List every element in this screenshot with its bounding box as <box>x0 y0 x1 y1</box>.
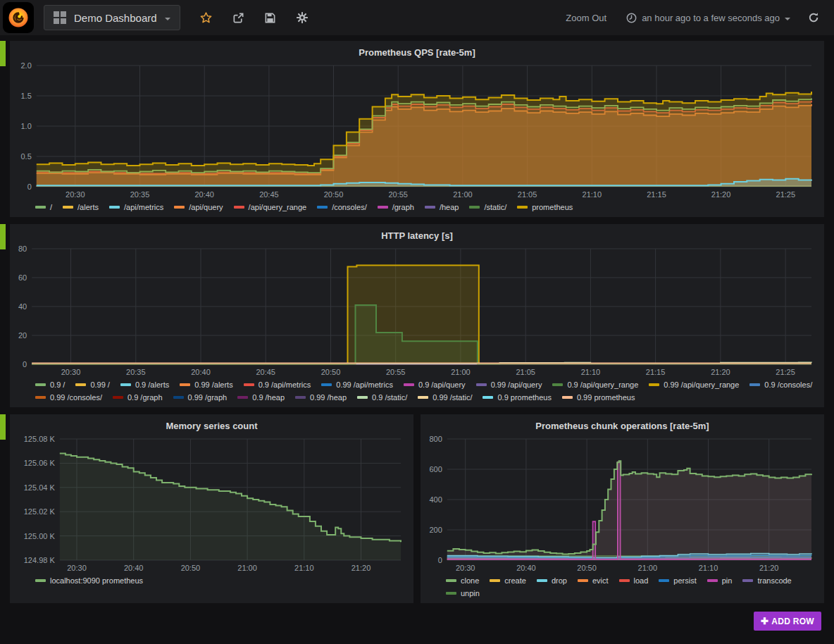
legend-item[interactable]: /graph <box>378 203 414 211</box>
panel-title[interactable]: Prometheus chunk operations [rate-5m] <box>425 418 820 433</box>
legend-label: 0.9 /api/query <box>418 380 466 389</box>
svg-text:21:05: 21:05 <box>516 368 535 376</box>
legend-item[interactable]: drop <box>537 576 567 585</box>
legend-color-chip <box>749 383 760 386</box>
svg-text:80: 80 <box>18 244 27 253</box>
legend-item[interactable]: 0.9 /graph <box>113 393 163 402</box>
legend-label: /graph <box>392 203 414 211</box>
legend-item[interactable]: 0.99 /api/metrics <box>321 380 393 389</box>
share-dashboard-button[interactable] <box>228 8 249 27</box>
dashboard-settings-button[interactable] <box>291 8 313 27</box>
panel-title[interactable]: Memory series count <box>14 418 409 433</box>
legend-item[interactable]: 0.99 /heap <box>295 393 347 402</box>
legend-item[interactable]: 0.9 /static/ <box>357 393 407 402</box>
legend-label: transcode <box>757 576 791 585</box>
legend-color-chip <box>357 396 368 399</box>
legend-item[interactable]: 0.99 /graph <box>173 393 228 402</box>
legend-item[interactable]: 0.9 /api/query <box>404 380 466 389</box>
legend-item[interactable]: load <box>619 576 649 585</box>
legend-color-chip <box>562 396 573 399</box>
legend-item[interactable]: 0.9 /api/query_range <box>552 380 638 389</box>
row-toggle-tab[interactable] <box>0 41 6 66</box>
legend-item[interactable]: 0.9 /alerts <box>120 380 169 389</box>
row-toggle-tab[interactable] <box>0 414 6 440</box>
svg-text:21:00: 21:00 <box>451 368 471 376</box>
legend-item[interactable]: 0.99 /consoles/ <box>35 393 102 402</box>
memory-chart[interactable]: 124.98 K125.00 K125.02 K125.04 K125.06 K… <box>14 433 409 574</box>
svg-text:20:40: 20:40 <box>191 368 211 376</box>
legend-color-chip <box>659 579 669 582</box>
panel-prometheus-qps: Prometheus QPS [rate-5m] 00.51.01.52.020… <box>10 41 824 217</box>
legend-color-chip <box>469 206 480 209</box>
legend-item[interactable]: 0.99 /api/query_range <box>649 380 739 389</box>
legend-item[interactable]: 0.9 /api/metrics <box>244 380 311 389</box>
legend-item[interactable]: 0.99 prometheus <box>562 393 635 402</box>
svg-text:21:25: 21:25 <box>776 190 796 199</box>
legend-item[interactable]: localhost:9090 prometheus <box>35 576 143 585</box>
legend-item[interactable]: 0.9 /consoles/ <box>749 380 812 389</box>
legend-item[interactable]: persist <box>659 576 696 585</box>
legend-label: localhost:9090 prometheus <box>50 576 143 585</box>
legend-item[interactable]: unpin <box>446 589 480 597</box>
legend-item[interactable]: pin <box>707 576 733 585</box>
panel-title[interactable]: Prometheus QPS [rate-5m] <box>14 44 820 60</box>
legend-item[interactable]: transcode <box>742 576 791 585</box>
legend-color-chip <box>321 383 332 386</box>
refresh-button[interactable] <box>803 8 824 27</box>
legend-label: pin <box>722 576 733 585</box>
navbar-right: Zoom Out an hour ago to a few seconds ag… <box>559 8 824 27</box>
legend-label: 0.9 prometheus <box>497 393 551 402</box>
legend-item[interactable]: /api/query_range <box>234 203 307 211</box>
time-range-picker[interactable]: an hour ago to a few seconds ago <box>621 8 796 27</box>
legend-label: 0.9 /heap <box>252 393 285 402</box>
legend-label: /alerts <box>77 203 99 211</box>
legend-item[interactable]: 0.9 / <box>35 380 65 389</box>
svg-text:20:35: 20:35 <box>126 368 146 376</box>
legend-item[interactable]: 0.99 /static/ <box>418 393 472 402</box>
svg-text:21:10: 21:10 <box>581 368 601 376</box>
svg-text:21:00: 21:00 <box>638 564 658 572</box>
svg-text:20:55: 20:55 <box>388 190 408 199</box>
legend-item[interactable]: 0.99 /api/query <box>476 380 542 389</box>
add-row-button[interactable]: ✚ADD ROW <box>754 612 821 631</box>
legend-item[interactable]: /alerts <box>63 203 99 211</box>
legend-label: 0.99 /api/query <box>491 380 542 389</box>
zoom-out-button[interactable]: Zoom Out <box>559 8 614 27</box>
star-dashboard-button[interactable] <box>194 8 218 28</box>
svg-text:20:50: 20:50 <box>321 368 341 376</box>
chunk-ops-chart[interactable]: 020040060080020:3020:4020:5021:0021:1021… <box>425 433 820 574</box>
panel-title[interactable]: HTTP latency [s] <box>14 228 820 243</box>
legend-item[interactable]: clone <box>446 576 479 585</box>
legend-item[interactable]: 0.9 prometheus <box>483 393 551 402</box>
legend-color-chip <box>537 579 547 582</box>
legend-label: 0.99 /alerts <box>194 380 232 389</box>
legend-color-chip <box>418 396 428 399</box>
svg-text:20:30: 20:30 <box>61 368 81 376</box>
svg-text:20:40: 20:40 <box>124 564 144 572</box>
legend-item[interactable]: /api/metrics <box>109 203 163 211</box>
svg-text:21:00: 21:00 <box>237 564 257 572</box>
legend-item[interactable]: evict <box>578 576 609 585</box>
save-dashboard-button[interactable] <box>259 8 281 27</box>
legend-item[interactable]: 0.99 / <box>75 380 110 389</box>
legend-item[interactable]: /consoles/ <box>317 203 367 211</box>
legend-item[interactable]: /static/ <box>469 203 506 211</box>
legend-item[interactable]: /heap <box>425 203 459 211</box>
legend-label: 0.99 /heap <box>310 393 347 402</box>
qps-chart[interactable]: 00.51.01.52.020:3020:3520:4020:4520:5020… <box>14 60 820 201</box>
svg-text:21:10: 21:10 <box>583 190 602 199</box>
row-toggle-tab[interactable] <box>0 224 6 249</box>
svg-text:21:25: 21:25 <box>776 368 795 376</box>
legend-item[interactable]: prometheus <box>517 203 573 211</box>
legend-item[interactable]: 0.99 /alerts <box>180 380 232 389</box>
legend-item[interactable]: / <box>35 203 52 211</box>
dashboard-selector[interactable]: Demo Dashboard <box>44 5 180 30</box>
legend-label: 0.9 /static/ <box>372 393 407 402</box>
legend-item[interactable]: /api/query <box>174 203 223 211</box>
legend-item[interactable]: 0.9 /heap <box>237 393 285 402</box>
grafana-logo[interactable] <box>3 2 34 33</box>
svg-text:21:10: 21:10 <box>294 564 314 572</box>
svg-text:125.00 K: 125.00 K <box>24 532 56 540</box>
legend-item[interactable]: create <box>490 576 526 585</box>
latency-chart[interactable]: 02040608020:3020:3520:4020:4520:5020:552… <box>14 243 820 378</box>
